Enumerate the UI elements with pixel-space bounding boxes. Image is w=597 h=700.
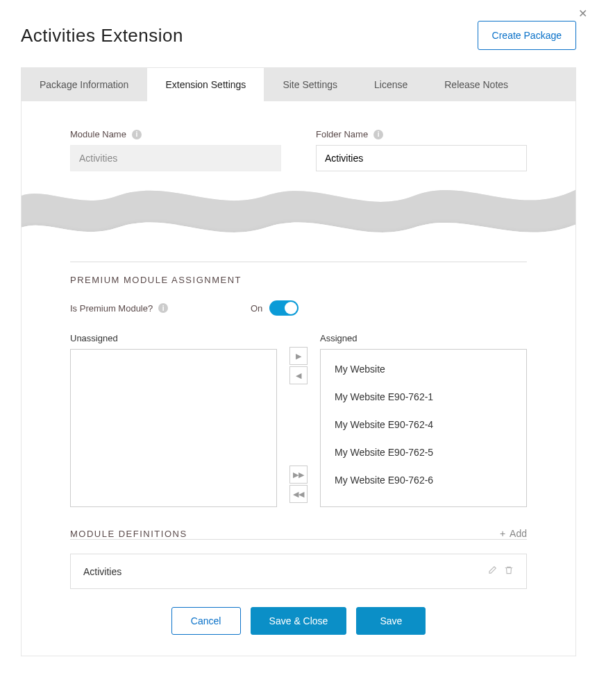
list-item[interactable]: My Website E90-762-4 [321, 411, 526, 438]
unassigned-listbox[interactable] [70, 349, 277, 507]
module-name-label: Module Name [70, 129, 126, 139]
tabs: Package Information Extension Settings S… [22, 68, 575, 101]
move-all-right-button[interactable]: ▶▶ [289, 466, 308, 484]
move-right-button[interactable]: ▶ [289, 347, 308, 365]
move-left-button[interactable]: ◀ [289, 366, 308, 384]
info-icon[interactable]: i [158, 303, 168, 313]
premium-section-title: PREMIUM MODULE ASSIGNMENT [70, 275, 527, 285]
tab-release-notes[interactable]: Release Notes [426, 68, 527, 101]
close-icon[interactable]: ✕ [578, 7, 587, 20]
tab-license[interactable]: License [356, 68, 426, 101]
move-all-left-button[interactable]: ◀◀ [289, 485, 308, 503]
is-premium-label: Is Premium Module? [70, 303, 153, 314]
tab-extension-settings[interactable]: Extension Settings [147, 68, 264, 101]
module-definitions-title: MODULE DEFINITIONS [70, 529, 187, 539]
chevron-left-icon: ◀ [296, 371, 301, 380]
torn-separator [22, 178, 575, 248]
create-package-button[interactable]: Create Package [478, 21, 576, 50]
page-title: Activities Extension [21, 25, 183, 46]
add-definition-button[interactable]: + Add [500, 528, 527, 539]
definition-row: Activities [70, 554, 527, 589]
list-item[interactable]: My Website E90-762-6 [321, 466, 526, 494]
toggle-state-label: On [251, 303, 262, 314]
trash-icon[interactable] [504, 565, 514, 577]
divider [70, 539, 527, 540]
assigned-listbox[interactable]: My WebsiteMy Website E90-762-1My Website… [320, 349, 527, 507]
folder-name-input[interactable] [316, 145, 527, 171]
tab-package-information[interactable]: Package Information [22, 68, 147, 101]
list-item[interactable]: My Website E90-762-5 [321, 438, 526, 466]
double-chevron-left-icon: ◀◀ [293, 490, 304, 499]
double-chevron-right-icon: ▶▶ [293, 470, 304, 479]
save-button[interactable]: Save [356, 607, 426, 635]
add-label: Add [510, 528, 527, 539]
chevron-right-icon: ▶ [296, 352, 301, 361]
tab-site-settings[interactable]: Site Settings [264, 68, 356, 101]
module-name-input [70, 145, 281, 171]
unassigned-label: Unassigned [70, 333, 277, 343]
plus-icon: + [500, 528, 505, 539]
folder-name-label: Folder Name [316, 129, 368, 139]
list-item[interactable]: My Website E90-762-1 [321, 383, 526, 411]
assigned-label: Assigned [320, 333, 527, 343]
premium-toggle[interactable] [269, 300, 298, 316]
info-icon[interactable]: i [373, 130, 383, 139]
info-icon[interactable]: i [132, 130, 142, 139]
content-panel: Package Information Extension Settings S… [21, 67, 576, 656]
list-item[interactable]: My Website [321, 355, 526, 383]
definition-name: Activities [83, 566, 121, 577]
edit-icon[interactable] [487, 565, 497, 577]
save-close-button[interactable]: Save & Close [251, 607, 347, 635]
divider [70, 262, 527, 262]
cancel-button[interactable]: Cancel [171, 607, 241, 635]
